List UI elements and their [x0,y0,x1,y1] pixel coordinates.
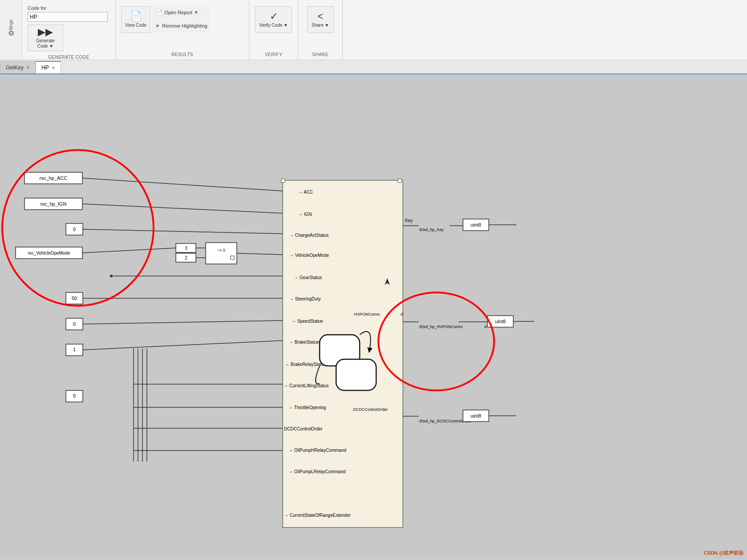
remove-highlighting-button[interactable]: ✦ Remove Highlighting [152,20,210,32]
generate-code-section: Code for ▶▶ GenerateCode ▼ GENERATE CODE [22,0,116,60]
block-uint8-dcdc-label: uint8 [471,413,481,418]
share-button[interactable]: < Share ▼ [307,6,334,33]
block-neq-label: ~= 0 [217,248,225,252]
share-section: < Share ▼ SHARE [298,0,343,60]
generate-code-button[interactable]: ▶▶ GenerateCode ▼ [28,24,63,51]
open-report-dropdown-icon: ▼ [194,10,198,15]
share-label: Share ▼ [312,23,329,28]
view-code-icon: 📄 [130,12,142,21]
verify-code-label: Verify Code ▼ [259,23,288,28]
port-dcdc: DCDCControlOrder [284,426,323,431]
block-uint8-key-label: uint8 [471,222,481,227]
block-const-3-label: 3 [185,246,187,251]
block-const0-1-label: 0 [73,227,76,232]
toolbar: ttings ⚙ Code for ▶▶ GenerateCode ▼ GENE… [0,0,747,60]
block-const-2-label: 2 [185,256,187,260]
remove-highlighting-icon: ✦ [155,22,160,29]
settings-label: ttings [8,20,13,30]
signal-hvpon-d: d [401,312,403,317]
block-rxc-vehicleopemode-label: rxc_VehicleOpeMode [28,251,70,256]
code-for-label: Code for [28,5,110,11]
tab-getkey-close[interactable]: ✕ [26,65,30,70]
block-rxc-hp-acc-label: rxc_hp_ACC [40,175,67,181]
port-brakestatue: → BrakeStatue [289,340,319,345]
tab-hp-label: HP [41,65,49,71]
port-acc: → ACC [298,190,313,195]
svg-rect-2 [281,179,285,183]
port-vehicleopemode: → VehicleOpeMode [289,253,329,258]
port-speedstatue: → SpeedStatue [292,319,323,324]
share-icon: < [317,12,323,21]
rounded-block-2[interactable] [336,359,376,390]
signal-etxd-key: -Etxd_hp_Key [418,227,444,232]
port-currentliftingstatus: → CurrentLiftingStatus [284,383,329,388]
share-section-label: SHARE [312,50,329,58]
dot-gearstatus [110,275,113,277]
open-report-button[interactable]: 📄 Open Report ▼ [152,6,210,19]
svg-rect-1 [231,256,234,260]
generate-code-section-label: GENERATE CODE [48,53,89,61]
tab-hp[interactable]: HP ✕ [36,61,61,73]
open-report-label: Open Report [164,10,192,15]
port-currentstaterangeextender: → CurrentStateOfRangeExtender [284,513,351,518]
canvas-area: rxc_hp_ACC rxc_hp_IGN 0 rxc_VehicleOpeMo… [0,74,747,560]
verify-code-button[interactable]: ✓ Verify Code ▼ [255,6,292,33]
block-const50-label: 50 [72,296,77,301]
port-steeringduty: → SteeringDuty [289,296,321,301]
signal-key-label: Key [405,218,413,223]
block-rxc-hp-ign-label: rxc_hp_IGN [41,201,67,207]
verify-section: ✓ Verify Code ▼ VERIFY [249,0,298,60]
simulink-diagram: rxc_hp_ACC rxc_hp_IGN 0 rxc_VehicleOpeMo… [0,74,747,560]
generate-code-label: GenerateCode ▼ [36,38,55,49]
verify-section-label: VERIFY [265,50,282,58]
results-section: 📄 View Code 📄 Open Report ▼ ✦ Remove Hig… [116,0,249,60]
view-code-label: View Code [125,23,146,28]
generate-code-icon: ▶▶ [38,27,53,37]
signal-dcdc-label: DCDCControlOrder [353,407,388,412]
tab-hp-close[interactable]: ✕ [52,65,55,70]
port-brakerelaystatue: → BrakeRelayStatus [285,362,326,367]
port-oilpumpl: → OilPumpLRelayCommand [288,469,345,474]
port-oilpumph: → OilPumpHRelayCommand [288,448,346,453]
signal-etxd-hvpon-d: d [484,325,487,329]
tabs-bar: GetKey ✕ HP ✕ [0,60,747,74]
block-const0-2-label: 0 [73,321,76,327]
remove-highlighting-label: Remove Highlighting [162,23,207,28]
view-code-button[interactable]: 📄 View Code [121,6,150,33]
verify-code-icon: ✓ [270,12,278,21]
signal-etxd-hvpon: -Etxd_hp_HVPONComm [418,325,463,329]
port-throttleopening: → ThrottleOpening [288,405,326,410]
block-uint8-hvpon-label: uint8 [495,319,506,324]
watermark: CSDN @驻声驻语 [704,550,743,556]
tab-getkey-label: GetKey [6,65,24,71]
block-neq[interactable] [206,243,237,264]
svg-rect-3 [398,179,402,183]
gear-icon: ⚙ [8,29,14,37]
results-section-label: RESULTS [171,50,193,58]
block-const0-3-label: 0 [73,393,76,398]
code-for-input[interactable] [28,12,108,22]
tab-getkey[interactable]: GetKey ✕ [0,61,36,73]
signal-hvpon-label: HVPONComm [354,312,380,317]
block-const1-label: 1 [73,347,76,352]
port-gearstatus: → GearStatus [294,275,322,280]
open-report-icon: 📄 [155,9,162,16]
port-ign: → IGN [298,212,312,217]
port-chargeactstatus: → ChargeActStatus [289,233,329,238]
